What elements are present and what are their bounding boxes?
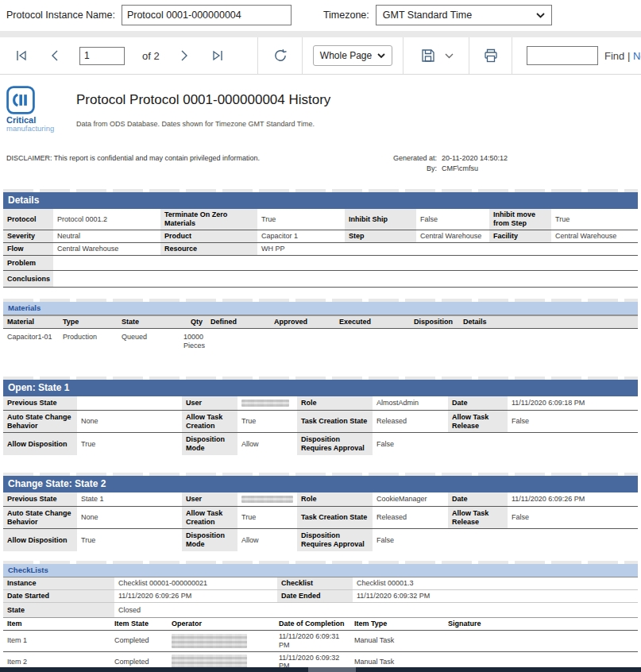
field-value: True xyxy=(257,209,345,230)
table-row: Previous State User Role AlmostAdmin Dat… xyxy=(3,396,638,411)
column-header: Details xyxy=(459,316,638,328)
horizontal-scrollbar[interactable] xyxy=(0,667,641,672)
field-value-user xyxy=(237,492,297,506)
chevron-down-icon xyxy=(377,53,385,59)
field-label: Inhibit Ship xyxy=(345,209,416,230)
field-value: Protocol 0001.2 xyxy=(53,209,160,230)
field-value: Allow xyxy=(237,529,297,551)
field-value: True xyxy=(237,411,297,432)
disclaimer-text: DISCLAIMER: This report is confidential … xyxy=(6,154,260,172)
divider-strip xyxy=(0,31,641,37)
last-page-button[interactable] xyxy=(209,47,226,64)
table-row: Severity Neutral Product Capacitor 1 Ste… xyxy=(3,230,638,243)
field-label: Instance xyxy=(3,577,114,589)
protocol-instance-name-input[interactable] xyxy=(122,5,292,25)
field-value: Released xyxy=(373,411,448,432)
item-state-cell: Completed xyxy=(110,631,168,651)
column-header: Item State xyxy=(110,618,168,630)
table-row: Flow Central Warehouse Resource WH PP xyxy=(3,243,638,256)
field-value: CookieManager xyxy=(373,492,448,506)
field-label: Allow Disposition xyxy=(3,433,77,455)
zoom-group: Whole Page xyxy=(303,37,404,74)
column-header: Disposition xyxy=(410,316,459,328)
field-label: Allow Task Creation xyxy=(182,507,237,528)
find-button[interactable]: Find xyxy=(604,50,624,62)
field-label: Disposition Requires Approval xyxy=(297,433,373,455)
logo-text-manufacturing: manufacturing xyxy=(6,125,67,133)
field-label: Inhibit move from Step xyxy=(489,209,551,230)
table-row: Item 1 Completed 11/11/2020 6:09:31 PM M… xyxy=(3,631,638,652)
field-label: Date xyxy=(448,492,508,506)
generated-at-label: Generated at: xyxy=(393,154,437,162)
field-label: Allow Task Creation xyxy=(182,411,237,432)
save-icon xyxy=(419,47,437,64)
page-number-input[interactable] xyxy=(79,47,125,65)
item-type-cell: Manual Task xyxy=(350,631,444,651)
export-group xyxy=(404,37,469,74)
chevron-down-icon xyxy=(445,53,454,59)
find-group: Find | Next xyxy=(512,37,641,74)
field-value: Allow xyxy=(237,433,297,455)
field-value xyxy=(77,396,182,410)
field-value: False xyxy=(508,507,638,528)
generated-info: Generated at: 20-11-2020 14:50:12 By: CM… xyxy=(393,154,508,172)
field-value-user xyxy=(237,396,297,410)
scrollbar-thumb[interactable] xyxy=(308,667,356,672)
field-value: Central Warehouse xyxy=(551,230,638,242)
page-count-label: of 2 xyxy=(142,50,160,62)
table-row: Date Started 11/11/2020 6:09:26 PM Date … xyxy=(3,590,638,603)
section-materials: Materials Material Type State Qty Define… xyxy=(3,302,638,356)
field-label: User xyxy=(182,396,237,410)
next-page-button[interactable] xyxy=(177,47,191,64)
field-label: Task Creation State xyxy=(297,507,373,528)
refresh-button[interactable] xyxy=(271,46,290,65)
first-page-icon xyxy=(14,48,29,63)
report-meta-row: DISCLAIMER: This report is confidential … xyxy=(6,154,635,172)
qty-value: 10000 xyxy=(183,333,203,342)
company-logo: Critical manufacturing xyxy=(6,86,67,133)
parameters-bar: Protocol Instance Name: Timezone: GMT St… xyxy=(0,0,641,31)
field-label: Allow Task Release xyxy=(448,507,508,528)
report-body: Details Protocol Protocol 0001.2 Termina… xyxy=(0,189,641,672)
title-block: Protocol Protocol 0001-000000004 History… xyxy=(67,86,330,133)
print-button[interactable] xyxy=(481,45,501,66)
section-checklists: CheckLists Instance Checklist 00001-0000… xyxy=(3,564,638,672)
first-page-button[interactable] xyxy=(13,47,30,64)
table-header-row: Material Type State Qty Defined Approved… xyxy=(3,315,638,329)
field-label: Disposition Mode xyxy=(182,433,237,455)
timezone-select[interactable]: GMT Standard Time xyxy=(376,5,552,25)
redacted-operator-name xyxy=(172,634,247,648)
field-label: Allow Task Release xyxy=(448,411,508,432)
field-value: True xyxy=(237,507,297,528)
table-row: Capacitor1-01 Production Queued 10000 Pi… xyxy=(3,329,638,356)
export-button[interactable] xyxy=(418,45,438,66)
field-label: Role xyxy=(297,396,373,410)
field-value: Neutral xyxy=(53,230,160,242)
field-label: Auto State Change Behavior xyxy=(3,507,77,528)
field-value: Central Warehouse xyxy=(416,230,489,242)
column-header: Defined xyxy=(207,316,270,328)
previous-page-icon xyxy=(49,48,60,63)
previous-page-button[interactable] xyxy=(48,47,62,64)
column-header: Item xyxy=(3,618,110,630)
field-label: Checklist xyxy=(277,577,353,589)
find-next-button[interactable]: Next xyxy=(633,50,641,62)
report-header: Critical manufacturing Protocol Protocol… xyxy=(0,75,641,133)
table-row: Protocol Protocol 0001.2 Terminate On Ze… xyxy=(3,209,638,230)
disposition-cell xyxy=(410,329,459,356)
column-header: Operator xyxy=(168,618,275,630)
section-header: Details xyxy=(3,192,638,209)
field-label: Product xyxy=(160,230,257,242)
field-label: Problem xyxy=(3,256,53,270)
zoom-select[interactable]: Whole Page xyxy=(313,45,392,66)
field-value: State 1 xyxy=(77,492,182,506)
generated-by-value: CMF\cmfsu xyxy=(442,164,508,172)
field-label: State xyxy=(3,603,114,617)
table-row: Auto State Change Behavior None Allow Ta… xyxy=(3,507,638,529)
column-header: State xyxy=(118,316,180,328)
field-label: Disposition Requires Approval xyxy=(297,529,373,551)
find-input[interactable] xyxy=(527,46,598,65)
export-dropdown-button[interactable] xyxy=(443,52,455,60)
field-label: Date Started xyxy=(3,590,114,602)
section-details: Details Protocol Protocol 0001.2 Termina… xyxy=(3,192,638,288)
